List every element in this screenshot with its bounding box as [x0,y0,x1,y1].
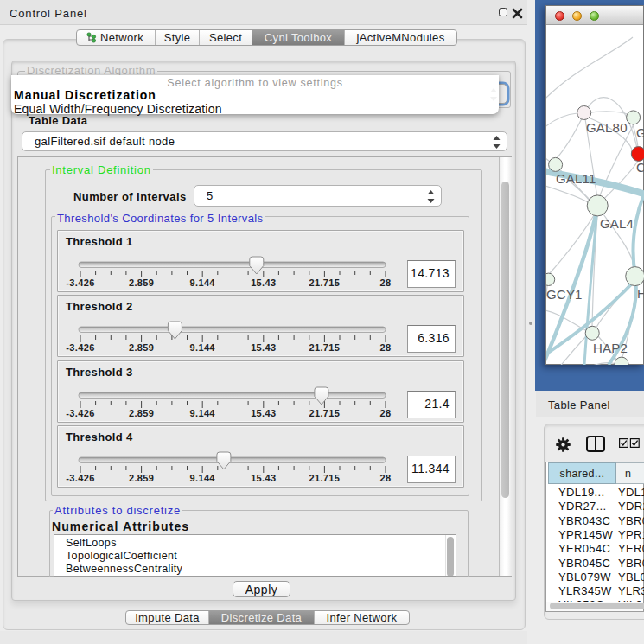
svg-text:H: H [637,286,644,301]
svg-text:GAL80: GAL80 [586,120,628,135]
svg-text:HAP2: HAP2 [593,341,628,355]
svg-text:G.: G. [636,125,644,140]
svg-text:GAL4: GAL4 [600,216,634,231]
svg-text:C: C [636,160,644,175]
svg-text:GAL11: GAL11 [556,171,596,186]
svg-text:GCY1: GCY1 [546,287,583,302]
